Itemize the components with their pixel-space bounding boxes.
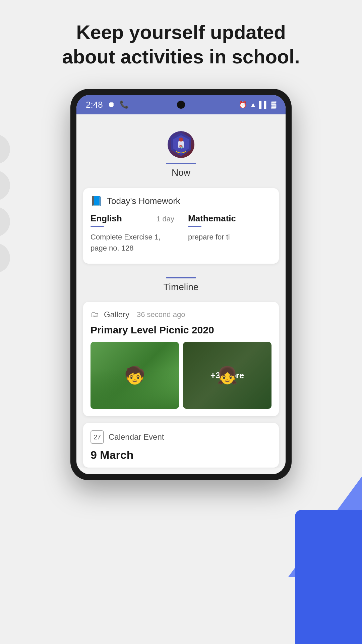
timeline-section: Timeline: [76, 270, 286, 302]
signal-bars-icon: ▌▌: [259, 101, 268, 109]
school-crest-icon: 📚: [168, 131, 194, 158]
subject-item-math: Mathematic prepare for ti: [181, 213, 272, 254]
gallery-more-count: +3 more: [210, 370, 244, 381]
svg-text:📚: 📚: [179, 145, 183, 149]
math-subject-desc: prepare for ti: [188, 233, 230, 241]
now-label[interactable]: Now: [172, 167, 190, 178]
gallery-image-2[interactable]: +3 more: [183, 342, 272, 409]
calendar-card-header: 27 Calendar Event: [90, 430, 272, 444]
status-bar: 2:48 ⏺ 📞 ⏰ ▲ ▌▌ ▓: [76, 95, 286, 114]
gallery-image-1[interactable]: [90, 342, 179, 409]
school-logo: 📚: [168, 131, 194, 158]
status-bar-center: [177, 101, 185, 109]
bg-circle-4: [0, 243, 10, 273]
subject-item-english: English 1 day Complete Exercise 1, page …: [90, 213, 181, 254]
headline-line2: about activities in school.: [62, 46, 300, 67]
spotify-icon: ⏺: [108, 100, 115, 109]
gallery-card-header: 🗂 Gallery 36 second ago: [90, 309, 272, 320]
camera-notch: [177, 101, 185, 109]
bg-circle-1: [0, 134, 10, 164]
svg-point-3: [179, 138, 183, 142]
english-subject-header: English 1 day: [90, 213, 174, 224]
whatsapp-icon: 📞: [120, 100, 129, 109]
status-bar-right: ⏰ ▲ ▌▌ ▓: [239, 101, 276, 109]
app-content: 📚 Now 📘 Today's Homework Engli: [76, 114, 286, 468]
homework-icon: 📘: [90, 196, 102, 207]
english-subject-name: English: [90, 213, 122, 224]
math-subject-header: Mathematic: [188, 213, 272, 224]
english-subject-desc: Complete Exercise 1, page no. 128: [90, 233, 161, 252]
gallery-event-title: Primary Level Picnic 2020: [90, 324, 272, 336]
gallery-time-label: 36 second ago: [137, 310, 185, 319]
calendar-icon: 27: [90, 430, 104, 444]
calendar-event-card[interactable]: 27 Calendar Event 9 March: [83, 423, 279, 468]
headline-line1: Keep yourself updated: [76, 21, 286, 43]
page-headline: Keep yourself updated about activities i…: [62, 20, 300, 69]
homework-card-header: 📘 Today's Homework: [90, 196, 272, 207]
calendar-day-number: 27: [94, 433, 101, 441]
timeline-tab-underline: [166, 277, 196, 278]
calendar-type-label: Calendar Event: [109, 432, 164, 442]
calendar-event-date: 9 March: [90, 448, 272, 462]
battery-icon: ▓: [271, 101, 276, 109]
phone-screen: 2:48 ⏺ 📞 ⏰ ▲ ▌▌ ▓: [76, 95, 286, 474]
gallery-icon: 🗂: [90, 309, 99, 320]
homework-card-title: Today's Homework: [107, 196, 180, 206]
math-subject-name: Mathematic: [188, 213, 236, 224]
status-bar-left: 2:48 ⏺ 📞: [86, 100, 129, 110]
timeline-label[interactable]: Timeline: [164, 282, 199, 292]
english-subject-underline: [90, 226, 104, 227]
bg-circle-3: [0, 207, 10, 237]
gallery-more-overlay[interactable]: +3 more: [183, 342, 272, 409]
school-logo-area: 📚 Now: [76, 124, 286, 188]
now-tab-underline: [166, 163, 196, 164]
math-subject-underline: [188, 226, 201, 227]
gallery-type-label: Gallery: [104, 310, 129, 319]
homework-card: 📘 Today's Homework English 1 day Complet…: [83, 188, 279, 264]
english-subject-due: 1 day: [156, 215, 174, 223]
bg-blue-block: [295, 510, 362, 644]
phone-frame: 2:48 ⏺ 📞 ⏰ ▲ ▌▌ ▓: [70, 89, 292, 480]
gallery-grid: +3 more: [90, 342, 272, 409]
wifi-icon: ▲: [250, 101, 256, 109]
bg-circle-2: [0, 170, 10, 201]
bg-circles: [0, 134, 10, 273]
alarm-icon: ⏰: [239, 101, 247, 109]
subjects-row: English 1 day Complete Exercise 1, page …: [90, 213, 272, 254]
gallery-event-card[interactable]: 🗂 Gallery 36 second ago Primary Level Pi…: [83, 302, 279, 416]
status-time: 2:48: [86, 100, 103, 110]
